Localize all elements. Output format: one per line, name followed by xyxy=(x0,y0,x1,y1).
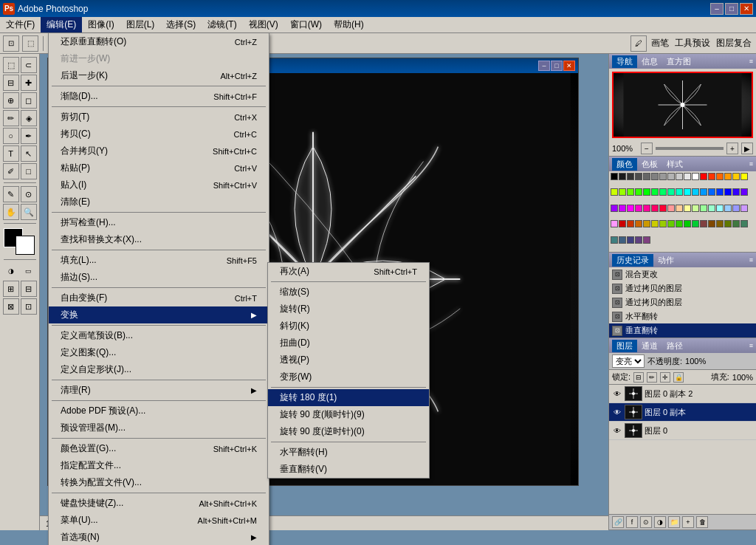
color-swatch[interactable] xyxy=(700,188,707,196)
nav-options[interactable]: ▶ xyxy=(741,143,753,154)
layer-visibility-eye[interactable]: 👁 xyxy=(612,407,622,417)
transform-perspective[interactable]: 透视(P) xyxy=(268,352,429,369)
menu-view[interactable]: 视图(V) xyxy=(243,17,284,32)
doc-close[interactable]: ✕ xyxy=(563,61,575,71)
tool-img2[interactable]: ⊟ xyxy=(21,281,37,297)
tool-lasso[interactable]: ⊂ xyxy=(21,57,37,73)
tab-swatches[interactable]: 色板 xyxy=(637,158,662,171)
tab-paths[interactable]: 路径 xyxy=(662,340,687,352)
tool-type[interactable]: T xyxy=(3,145,19,162)
tab-color[interactable]: 颜色 xyxy=(612,158,637,171)
layer-folder[interactable]: 📁 xyxy=(668,516,680,528)
transform-distort[interactable]: 扭曲(D) xyxy=(268,335,429,352)
tool-notes[interactable]: ✎ xyxy=(3,186,19,202)
color-swatch[interactable] xyxy=(700,220,707,227)
color-swatch[interactable] xyxy=(619,188,626,196)
color-swatch[interactable] xyxy=(611,188,618,196)
background-color[interactable] xyxy=(16,236,35,255)
tool-eyedrop[interactable]: ⊙ xyxy=(21,186,37,202)
color-swatch[interactable] xyxy=(740,173,748,180)
color-swatch[interactable] xyxy=(732,188,740,196)
tool-img1[interactable]: ⊞ xyxy=(3,281,19,297)
close-button[interactable]: ✕ xyxy=(740,3,753,15)
layer-item[interactable]: 👁 图层 0 副本 xyxy=(609,403,756,422)
menu-convert-profile[interactable]: 转换为配置文件(V)... xyxy=(49,474,269,491)
tool-clone[interactable]: ⊕ xyxy=(3,92,19,109)
color-swatch[interactable] xyxy=(651,220,659,227)
tool-brush[interactable]: ✏ xyxy=(3,110,19,126)
color-swatch[interactable] xyxy=(659,220,667,227)
color-swatch[interactable] xyxy=(708,205,715,212)
menu-clear[interactable]: 清除(E) xyxy=(49,193,269,210)
color-swatch[interactable] xyxy=(708,173,715,180)
color-swatch[interactable] xyxy=(732,205,740,212)
color-swatch[interactable] xyxy=(716,173,724,180)
tab-layers[interactable]: 图层 xyxy=(612,340,637,352)
tab-history[interactable]: 历史记录 xyxy=(612,254,653,267)
toolbar-selection-btn[interactable]: ⊡ xyxy=(3,35,19,52)
tool-crop[interactable]: ⊟ xyxy=(3,75,19,91)
color-swatch[interactable] xyxy=(627,236,634,244)
color-swatch[interactable] xyxy=(627,220,634,227)
color-swatch[interactable] xyxy=(659,188,667,196)
transform-rotate-180[interactable]: 旋转 180 度(1) xyxy=(268,389,429,406)
color-swatch[interactable] xyxy=(724,205,732,212)
color-swatch[interactable] xyxy=(643,220,650,227)
color-swatch[interactable] xyxy=(684,205,691,212)
menu-image[interactable]: 图像(I) xyxy=(82,17,120,32)
menu-free-transform[interactable]: 自由变换(F)Ctrl+T xyxy=(49,289,269,306)
layers-close[interactable]: ≡ xyxy=(749,342,753,349)
menu-pdf-preset[interactable]: Adobe PDF 预设(A)... xyxy=(49,402,269,419)
menu-help[interactable]: 帮助(H) xyxy=(328,17,370,32)
color-swatch[interactable] xyxy=(627,205,634,212)
color-swatch[interactable] xyxy=(716,220,724,227)
color-swatch[interactable] xyxy=(716,205,724,212)
layer-item[interactable]: 👁 图层 0 xyxy=(609,422,756,440)
tab-navigator[interactable]: 导航 xyxy=(612,55,637,68)
color-swatch[interactable] xyxy=(627,173,634,180)
color-swatch[interactable] xyxy=(676,205,683,212)
color-swatch[interactable] xyxy=(643,173,650,180)
color-swatch[interactable] xyxy=(659,205,667,212)
color-swatch[interactable] xyxy=(740,220,748,227)
layer-mask[interactable]: ⊙ xyxy=(640,516,652,528)
minimize-button[interactable]: – xyxy=(710,3,724,15)
color-swatch[interactable] xyxy=(627,188,634,196)
layer-adj[interactable]: ◑ xyxy=(654,516,666,528)
menu-preset-manager[interactable]: 预设管理器(M)... xyxy=(49,419,269,436)
color-swatch[interactable] xyxy=(708,220,715,227)
tool-img4[interactable]: ⊡ xyxy=(21,298,37,315)
menu-purge[interactable]: 清理(R)▶ xyxy=(49,382,269,399)
tab-styles[interactable]: 样式 xyxy=(662,158,687,171)
quick-mask[interactable]: ◑ xyxy=(3,263,19,279)
color-swatch[interactable] xyxy=(619,205,626,212)
color-swatch[interactable] xyxy=(619,236,626,244)
layer-visibility-eye[interactable]: 👁 xyxy=(612,388,622,399)
doc-maximize[interactable]: □ xyxy=(551,61,563,71)
tool-dodge[interactable]: ○ xyxy=(3,128,19,144)
history-item[interactable]: ⊡ 垂直翻转 xyxy=(609,323,756,337)
layer-link[interactable]: 🔗 xyxy=(612,516,624,528)
color-swatch[interactable] xyxy=(611,236,618,244)
color-swatch[interactable] xyxy=(692,173,699,180)
lock-move[interactable]: ✛ xyxy=(660,372,670,383)
tool-path[interactable]: ✒ xyxy=(21,128,37,144)
tab-histogram[interactable]: 直方图 xyxy=(662,55,695,68)
color-swatch[interactable] xyxy=(635,220,642,227)
color-swatch[interactable] xyxy=(619,220,626,227)
color-swatch[interactable] xyxy=(692,188,699,196)
menu-paste[interactable]: 粘贴(P)Ctrl+V xyxy=(49,160,269,176)
menu-window[interactable]: 窗口(W) xyxy=(284,17,328,32)
color-swatch[interactable] xyxy=(651,188,659,196)
menu-step-back[interactable]: 后退一步(K)Alt+Ctrl+Z xyxy=(49,67,269,84)
color-swatch[interactable] xyxy=(732,173,740,180)
tool-zoom[interactable]: 🔍 xyxy=(21,204,37,220)
color-swatch[interactable] xyxy=(643,236,650,244)
color-swatch[interactable] xyxy=(635,236,642,244)
color-swatch[interactable] xyxy=(676,220,683,227)
menu-file[interactable]: 文件(F) xyxy=(0,17,41,32)
tool-marquee[interactable]: ⬚ xyxy=(3,57,19,73)
color-swatch[interactable] xyxy=(635,173,642,180)
menu-transform[interactable]: 变换▶ xyxy=(49,306,269,323)
menu-paste-into[interactable]: 贴入(I)Shift+Ctrl+V xyxy=(49,176,269,193)
